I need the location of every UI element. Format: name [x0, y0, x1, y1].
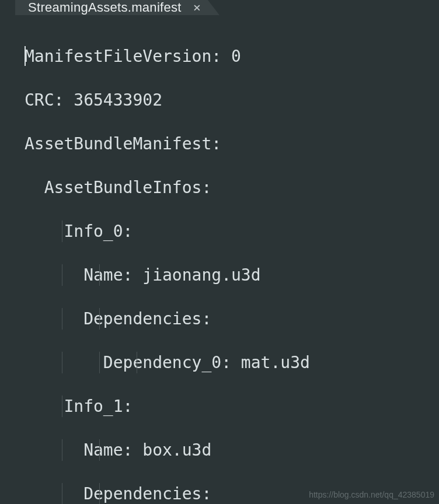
code-line: AssetBundleManifest:: [25, 133, 439, 155]
close-icon[interactable]: ×: [193, 1, 201, 14]
code-line: Name: jiaonang.u3d: [25, 264, 439, 286]
tab-active[interactable]: StreamingAssets.manifest ×: [15, 0, 220, 15]
code-line: Dependency_0: mat.u3d: [25, 352, 439, 374]
editor-container: StreamingAssets.manifest × ManifestFileV…: [0, 0, 439, 504]
watermark-text: https://blog.csdn.net/qq_42385019: [309, 490, 434, 499]
code-line: Info_0:: [25, 220, 439, 243]
code-line: ManifestFileVersion: 0: [25, 46, 439, 68]
tab-title: StreamingAssets.manifest: [28, 0, 182, 15]
code-line: CRC: 365433902: [25, 89, 439, 111]
code-line: AssetBundleInfos:: [25, 177, 439, 199]
editor-content[interactable]: ManifestFileVersion: 0 CRC: 365433902 As…: [11, 15, 439, 504]
code-line: Name: box.u3d: [25, 439, 439, 461]
main-area: StreamingAssets.manifest × ManifestFileV…: [11, 0, 439, 504]
gutter: [0, 0, 11, 504]
tab-bar: StreamingAssets.manifest ×: [11, 0, 439, 15]
code-line: Dependencies:: [25, 308, 439, 330]
code-line: Info_1:: [25, 396, 439, 418]
